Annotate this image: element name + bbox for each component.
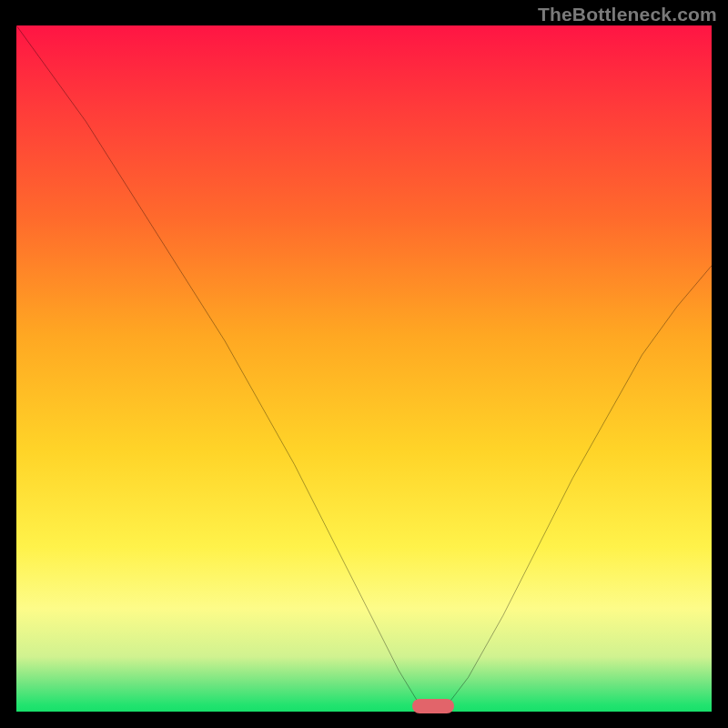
chart-frame: TheBottleneck.com: [0, 0, 728, 728]
watermark-text: TheBottleneck.com: [538, 4, 717, 25]
plot-area: [16, 25, 712, 712]
bottleneck-curve: [16, 25, 712, 712]
optimal-range-marker: [412, 699, 454, 713]
curve-path: [16, 25, 712, 712]
